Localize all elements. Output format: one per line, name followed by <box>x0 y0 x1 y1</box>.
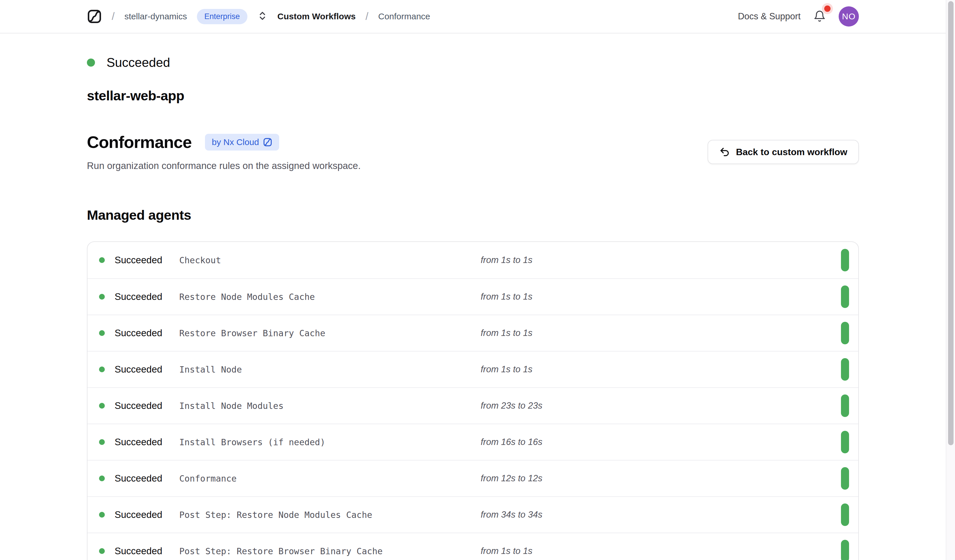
step-duration-bar <box>841 285 849 308</box>
workflow-description: Run organization conformance rules on th… <box>87 160 360 171</box>
breadcrumb: / stellar-dynamics Enterprise Custom Wor… <box>87 9 430 24</box>
step-status: Succeeded <box>99 400 179 411</box>
breadcrumb-separator: / <box>365 10 368 22</box>
avatar[interactable]: NO <box>839 6 859 27</box>
step-duration: from 1s to 1s <box>481 328 841 338</box>
step-status-label: Succeeded <box>114 364 162 375</box>
step-status-label: Succeeded <box>114 546 162 557</box>
agent-step-row[interactable]: Succeeded Post Step: Restore Node Module… <box>88 496 858 533</box>
managed-agents-heading: Managed agents <box>87 207 859 223</box>
step-duration-bar <box>841 249 849 271</box>
step-duration: from 12s to 12s <box>481 473 841 484</box>
back-button-label: Back to custom workflow <box>736 147 847 158</box>
step-name: Post Step: Restore Browser Binary Cache <box>179 546 481 556</box>
nx-logo-icon <box>263 137 272 147</box>
chevrons-up-down-icon[interactable] <box>257 11 268 22</box>
step-duration-bar <box>841 431 849 453</box>
undo-arrow-icon <box>719 147 730 158</box>
page-scrollbar <box>946 0 955 560</box>
step-duration-bar <box>841 504 849 526</box>
step-name: Checkout <box>179 255 481 265</box>
breadcrumb-section[interactable]: Custom Workflows <box>277 11 356 21</box>
success-dot-icon <box>99 367 105 372</box>
step-status-label: Succeeded <box>114 328 162 338</box>
step-name: Conformance <box>179 474 481 484</box>
success-dot-icon <box>99 257 105 263</box>
agent-step-row[interactable]: Succeeded Checkout from 1s to 1s <box>88 242 858 278</box>
step-status: Succeeded <box>99 291 179 302</box>
step-status-label: Succeeded <box>114 509 162 520</box>
step-status: Succeeded <box>99 473 179 484</box>
step-status-label: Succeeded <box>114 291 162 302</box>
step-status-label: Succeeded <box>114 437 162 448</box>
scrollbar-thumb[interactable] <box>948 1 953 445</box>
success-dot-icon <box>99 330 105 336</box>
success-dot-icon <box>99 512 105 518</box>
step-name: Restore Browser Binary Cache <box>179 328 481 338</box>
step-duration: from 34s to 34s <box>481 510 841 520</box>
workflow-title: Conformance <box>87 133 192 152</box>
step-name: Install Node <box>179 365 481 374</box>
step-duration: from 1s to 1s <box>481 364 841 374</box>
step-status: Succeeded <box>99 328 179 338</box>
breadcrumb-separator: / <box>112 10 114 22</box>
success-dot-icon <box>99 439 105 445</box>
agent-step-row[interactable]: Succeeded Install Browsers (if needed) f… <box>88 424 858 460</box>
agent-step-row[interactable]: Succeeded Install Node Modules from 23s … <box>88 387 858 424</box>
top-nav: / stellar-dynamics Enterprise Custom Wor… <box>0 0 946 33</box>
step-duration: from 16s to 16s <box>481 437 841 447</box>
step-duration: from 1s to 1s <box>481 292 841 302</box>
step-status-label: Succeeded <box>114 400 162 411</box>
success-dot-icon <box>99 476 105 481</box>
success-dot-icon <box>99 403 105 409</box>
breadcrumb-page[interactable]: Conformance <box>378 11 430 21</box>
step-status-label: Succeeded <box>114 473 162 484</box>
bell-icon <box>813 9 826 23</box>
nx-cloud-badge-label: by Nx Cloud <box>212 137 259 147</box>
back-to-custom-workflow-button[interactable]: Back to custom workflow <box>708 140 859 164</box>
step-duration-bar <box>841 358 849 381</box>
step-status: Succeeded <box>99 437 179 448</box>
step-status: Succeeded <box>99 509 179 520</box>
agent-step-row[interactable]: Succeeded Post Step: Restore Browser Bin… <box>88 533 858 560</box>
org-plan-badge: Enterprise <box>197 9 247 24</box>
run-status: Succeeded <box>87 55 859 70</box>
success-dot-icon <box>99 548 105 554</box>
step-name: Install Browsers (if needed) <box>179 437 481 447</box>
nx-logo-icon[interactable] <box>87 9 102 24</box>
step-duration-bar <box>841 540 849 560</box>
step-name: Restore Node Modules Cache <box>179 292 481 302</box>
breadcrumb-org[interactable]: stellar-dynamics <box>124 11 187 21</box>
step-status: Succeeded <box>99 254 179 265</box>
step-duration-bar <box>841 467 849 490</box>
workflow-header: Conformance by Nx Cloud Run organization… <box>87 133 859 171</box>
main-content: Succeeded stellar-web-app Conformance by… <box>87 33 859 560</box>
step-duration: from 1s to 1s <box>481 255 841 265</box>
step-duration: from 1s to 1s <box>481 546 841 556</box>
nav-right: Docs & Support NO <box>738 6 859 27</box>
step-duration: from 23s to 23s <box>481 401 841 411</box>
nx-cloud-badge[interactable]: by Nx Cloud <box>205 134 279 151</box>
run-status-label: Succeeded <box>106 55 170 70</box>
managed-agents-list: Succeeded Checkout from 1s to 1s Succeed… <box>87 241 859 560</box>
success-dot-icon <box>99 294 105 299</box>
step-status: Succeeded <box>99 364 179 375</box>
step-duration-bar <box>841 395 849 417</box>
agent-step-row[interactable]: Succeeded Restore Node Modules Cache fro… <box>88 278 858 315</box>
workspace-title: stellar-web-app <box>87 88 859 103</box>
agent-step-row[interactable]: Succeeded Conformance from 12s to 12s <box>88 460 858 496</box>
notification-dot <box>824 5 831 12</box>
content-area: / stellar-dynamics Enterprise Custom Wor… <box>0 0 946 560</box>
step-status: Succeeded <box>99 546 179 557</box>
step-name: Install Node Modules <box>179 401 481 411</box>
notifications-button[interactable] <box>813 9 826 23</box>
step-duration-bar <box>841 322 849 344</box>
step-name: Post Step: Restore Node Modules Cache <box>179 510 481 520</box>
step-status-label: Succeeded <box>114 254 162 265</box>
success-dot-icon <box>87 59 95 67</box>
agent-step-row[interactable]: Succeeded Restore Browser Binary Cache f… <box>88 315 858 351</box>
docs-support-link[interactable]: Docs & Support <box>738 11 800 22</box>
agent-step-row[interactable]: Succeeded Install Node from 1s to 1s <box>88 351 858 387</box>
